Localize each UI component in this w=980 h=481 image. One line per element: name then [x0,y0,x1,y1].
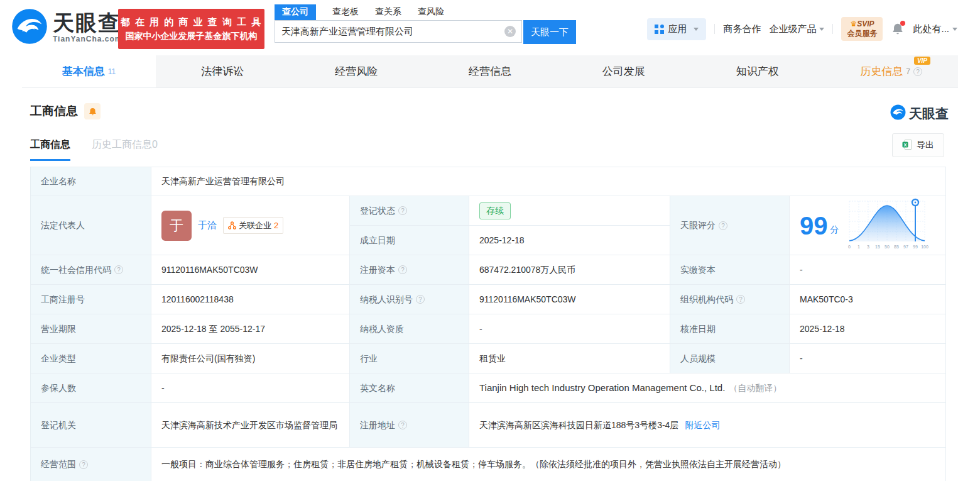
help-icon[interactable]: ? [719,221,727,230]
chevron-down-icon [694,28,699,31]
tab-basic-info[interactable]: 基本信息 11 [22,55,156,87]
tianyancha-logo[interactable]: 天眼查 TianYanCha.com [11,8,122,47]
table-row: 法定代表人 于 于洽 关联企业 2 登记状态? 存续 成立日期 2025-12-… [31,196,946,255]
chevron-down-icon [952,28,957,31]
search-input[interactable] [275,20,522,43]
help-icon[interactable]: ? [79,460,88,469]
help-icon[interactable]: ? [736,295,745,304]
label-text: 组织机构代码 [680,293,733,306]
chevron-down-icon [819,28,824,31]
score-value[interactable]: 99 分 [790,196,946,255]
staff-size-value: - [790,344,946,373]
label-text: 天眼评分 [680,219,716,232]
legal-rep-value: 于 于洽 关联企业 2 [151,196,350,255]
help-icon[interactable]: ? [913,67,922,76]
svg-text:97: 97 [903,245,908,249]
help-icon[interactable]: ? [398,421,407,429]
english-name-text: Tianjin High tech Industry Operation Man… [479,381,725,395]
tab-history-info[interactable]: VIP 历史信息 7 ? [824,55,958,87]
score-label: 天眼评分? [670,196,790,255]
user-menu[interactable]: 此处有... [913,23,957,35]
score-number: 99 [800,213,828,238]
divider [832,24,833,34]
search-tab-boss[interactable]: 查老板 [332,6,359,20]
tab-company-development[interactable]: 公司发展 [557,55,690,87]
watermark-logo: 天眼查 [890,104,949,123]
tianyancha-logo-icon [890,104,906,123]
svg-text:85: 85 [894,245,899,249]
export-button[interactable]: X 导出 [892,133,944,157]
help-icon[interactable]: ? [398,265,407,274]
help-icon[interactable]: ? [416,295,425,304]
label-text: 统一社会信用代码 [41,263,111,277]
status-date-stack: 登记状态? 存续 成立日期 2025-12-18 [350,196,670,255]
top-nav: 应用 商务合作 企业级产品 ♛SVIP 会员服务 此处有... [647,17,957,41]
tab-label: 法律诉讼 [201,64,244,79]
banner-line1: 都 在 用 的 商 业 查 询 工 具 [121,16,263,28]
taxpayer-id-label: 纳税人识别号? [350,285,469,314]
english-name-value: Tianjin High tech Industry Operation Man… [469,373,946,403]
svg-text:15: 15 [875,245,880,249]
related-company-badge[interactable]: 关联企业 2 [223,217,283,235]
tab-count: 11 [108,67,116,76]
top-header: 天眼查 TianYanCha.com 都 在 用 的 商 业 查 询 工 具 国… [0,0,980,55]
nearby-companies-link[interactable]: 附近公司 [685,419,720,432]
approval-date-label: 核准日期 [670,314,790,344]
clear-search-icon[interactable]: ✕ [504,26,516,37]
legal-rep-avatar[interactable]: 于 [161,211,192,241]
excel-icon: X [902,140,912,152]
search-area: 查公司 查老板 查关系 查风险 ✕ 天眼一下 [275,4,576,44]
svg-text:X: X [903,141,906,147]
svip-member-badge[interactable]: ♛SVIP 会员服务 [841,17,883,41]
search-tab-company[interactable]: 查公司 [275,4,316,20]
nav-cooperation[interactable]: 商务合作 [723,23,761,35]
nav-enterprise-label: 企业级产品 [769,23,816,35]
reg-status-value: 存续 [469,196,670,226]
reg-authority-label: 登记机关 [31,403,151,448]
nav-enterprise[interactable]: 企业级产品 [769,23,824,35]
subtab-label: 历史工商信息 [92,139,152,150]
english-name-label: 英文名称 [350,373,469,403]
search-tab-risk[interactable]: 查风险 [418,6,444,20]
tab-label: 知识产权 [736,64,779,79]
tab-business-info[interactable]: 经营信息 [423,55,557,87]
section-header: 工商信息 [30,103,101,119]
subtab-history-business-info[interactable]: 历史工商信息0 [92,138,158,161]
svg-text:0: 0 [848,245,851,249]
search-button[interactable]: 天眼一下 [523,20,576,44]
tab-operating-risk[interactable]: 经营风险 [290,55,423,87]
subtabs: 工商信息 历史工商信息0 [30,138,158,161]
tab-label: 基本信息 [62,64,105,79]
label-text: 登记状态 [360,204,395,218]
tab-legal[interactable]: 法律诉讼 [156,55,290,87]
svip-sublabel: 会员服务 [847,29,877,38]
help-icon[interactable]: ? [114,265,123,274]
establish-date-value: 2025-12-18 [469,226,670,255]
svip-label: SVIP [857,19,874,28]
address-text: 天津滨海高新区滨海科技园日新道188号3号楼3-4层 [479,419,678,432]
tab-intellectual-property[interactable]: 知识产权 [690,55,824,87]
table-row: 登记机关 天津滨海高新技术产业开发区市场监督管理局 注册地址? 天津滨海高新区滨… [31,403,946,448]
banner-line2: 国家中小企业发展子基金旗下机构 [126,31,258,42]
subscribe-bell-icon[interactable] [84,103,101,119]
subtab-business-info[interactable]: 工商信息 [30,138,70,161]
business-scope-label: 经营范围? [31,448,151,481]
promo-banner: 都 在 用 的 商 业 查 询 工 具 国家中小企业发展子基金旗下机构 [118,9,264,49]
table-row: 企业类型 有限责任公司(国有独资) 行业 租赁业 人员规模 - [31,344,946,373]
tab-label: 经营风险 [335,64,378,79]
notification-bell-icon[interactable] [891,22,905,36]
insured-count-value: - [151,373,350,403]
table-row: 统一社会信用代码? 91120116MAK50TC03W 注册资本? 68747… [31,255,946,285]
help-icon[interactable]: ? [398,206,407,215]
search-tab-relation[interactable]: 查关系 [375,6,401,20]
label-text: 经营范围 [41,458,76,471]
paid-capital-value: - [790,255,946,285]
tab-label: 公司发展 [602,64,645,79]
company-type-value: 有限责任公司(国有独资) [151,344,350,373]
credit-code-value: 91120116MAK50TC03W [151,255,350,285]
business-info-table: 企业名称 天津高新产业运营管理有限公司 法定代表人 于 于洽 关联企业 2 登记… [30,167,946,481]
tab-label: 历史信息 [860,64,903,79]
legal-rep-name-link[interactable]: 于洽 [198,218,217,233]
apps-menu[interactable]: 应用 [647,18,706,40]
brand-name: 天眼查 [53,12,122,33]
